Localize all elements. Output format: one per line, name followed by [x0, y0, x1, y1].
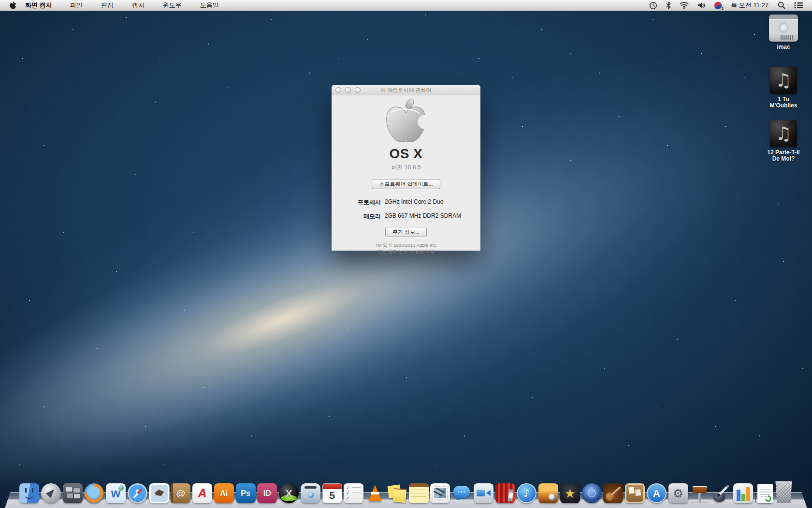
reader-glyph: A — [192, 483, 212, 503]
hard-drive-icon — [769, 15, 798, 42]
dock-photo-booth-icon[interactable] — [495, 483, 515, 503]
desktop-icon-audio-file[interactable]: ♫12 Parle-T-IlDe Moi? — [760, 120, 807, 162]
input-badge: 2 — [722, 6, 724, 11]
dock-iweb-icon[interactable] — [625, 483, 645, 503]
dock-vlc-icon[interactable] — [365, 483, 385, 503]
dock-keynote-icon[interactable] — [690, 483, 710, 503]
desktop-icon-hard-drive[interactable]: imac — [760, 15, 807, 50]
dock-iphoto-icon[interactable] — [538, 483, 558, 503]
bluetooth-icon[interactable] — [662, 0, 675, 11]
desktop-icon-audio-file[interactable]: ♫1 TuM'Oublies — [760, 67, 807, 109]
dock-garageband-icon[interactable] — [603, 483, 623, 503]
dock-firefox-icon[interactable] — [84, 483, 104, 503]
audio-file-icon: ♫ — [770, 120, 797, 147]
dock-reminders-icon[interactable] — [344, 483, 363, 503]
window-body: OS X 버전 10.8.5 소프트웨어 업데이트... 프로세서 2GHz I… — [332, 95, 480, 254]
menu-item-1[interactable]: 편집 — [92, 0, 123, 11]
dock-toast-icon[interactable] — [301, 483, 320, 503]
menu-item-0[interactable]: 파일 — [61, 0, 92, 11]
korean-input-icon[interactable]: 2 — [710, 0, 726, 11]
active-app-menu[interactable]: 화면 캡처 — [25, 1, 61, 10]
copyright-line2: 모든 권리 보유. 사용권 계약 — [375, 248, 437, 254]
traffic-light-buttons — [335, 87, 361, 93]
dock-pages-icon[interactable] — [711, 483, 731, 503]
app-store-glyph: A — [647, 483, 667, 503]
dock-notes-icon[interactable] — [409, 483, 429, 503]
time-machine-icon[interactable] — [645, 0, 662, 11]
zoom-button[interactable] — [355, 87, 361, 93]
more-info-button[interactable]: 추가 정보... — [385, 227, 427, 237]
imovie-glyph: ★ — [560, 483, 580, 503]
spotlight-icon[interactable] — [773, 0, 790, 11]
desktop-icon-label: 1 TuM'Oublies — [770, 96, 798, 109]
ical-glyph: 5 — [323, 484, 342, 503]
menu-item-3[interactable]: 윈도우 — [154, 0, 191, 11]
menu-item-4[interactable]: 도움말 — [191, 0, 228, 11]
spec-rows: 프로세서 2GHz Intel Core 2 Duo 메모리 2GB 667 M… — [332, 198, 480, 221]
dock-itunes-icon[interactable]: ♪ — [517, 483, 536, 503]
menu-bar: 화면 캡처 파일편집캡처윈도우도움말 2 목 오전 11:27 — [0, 0, 812, 11]
about-this-mac-window: 이 매킨토시에 관하여 OS X 버전 10.8.5 소프트웨어 업 — [332, 85, 480, 251]
dock-wglobe-icon[interactable]: w — [106, 483, 126, 503]
dock-indesign-icon[interactable]: ID — [257, 483, 277, 503]
processor-label: 프로세서 — [332, 198, 381, 207]
close-button[interactable] — [335, 87, 341, 93]
os-version: 버전 10.8.5 — [392, 164, 421, 172]
window-title: 이 매킨토시에 관하여 — [380, 87, 431, 94]
dock-grab-icon[interactable] — [430, 483, 450, 503]
dock-safari-icon[interactable] — [128, 483, 147, 503]
window-title-bar[interactable]: 이 매킨토시에 관하여 — [332, 85, 480, 95]
wglobe-glyph: w — [106, 483, 126, 503]
apple-menu[interactable] — [0, 0, 25, 11]
dock-quark-icon[interactable]: X — [279, 483, 299, 503]
dock-launchpad-icon[interactable] — [41, 483, 61, 503]
apple-logo-icon — [10, 1, 16, 10]
notification-center-icon[interactable] — [790, 0, 807, 11]
apple-logo — [385, 99, 427, 145]
menu-item-2[interactable]: 캡처 — [123, 0, 154, 11]
software-update-button[interactable]: 소프트웨어 업데이트... — [372, 179, 440, 189]
os-name: OS X — [390, 146, 423, 162]
audio-file-icon: ♫ — [770, 67, 797, 94]
music-note-icon: ♫ — [775, 123, 792, 144]
dock-mail-icon[interactable] — [149, 483, 169, 503]
minimize-button[interactable] — [345, 87, 351, 93]
dock-system-preferences-icon[interactable]: ⚙ — [668, 483, 688, 503]
desktop: 화면 캡처 파일편집캡처윈도우도움말 2 목 오전 11:27 — [0, 0, 812, 508]
copyright-line1: TM 및 © 1983-2013 Apple Inc. — [375, 242, 437, 248]
processor-row: 프로세서 2GHz Intel Core 2 Duo — [332, 198, 480, 207]
memory-value: 2GB 667 MHz DDR2 SDRAM — [385, 212, 461, 221]
dock-separator — [755, 481, 756, 503]
copyright-text: TM 및 © 1983-2013 Apple Inc. 모든 권리 보유. 사용… — [375, 242, 437, 254]
dock-illustrator-icon[interactable]: Ai — [214, 483, 234, 503]
dock-photoshop-icon[interactable]: Ps — [236, 483, 256, 503]
dock-idvd-icon[interactable] — [582, 483, 602, 503]
dock-trash-icon[interactable] — [775, 481, 793, 503]
music-note-icon: ♫ — [775, 70, 792, 91]
dock-finder-icon[interactable] — [19, 483, 39, 503]
desktop-icon-label: 12 Parle-T-IlDe Moi? — [767, 149, 799, 162]
dock: w@AAiPsIDX5♪★A⚙ — [19, 480, 793, 503]
dock-ical-icon[interactable]: 5 — [322, 483, 342, 503]
dock-facetime-icon[interactable] — [474, 483, 493, 503]
taegeuk-flag-icon: 2 — [714, 2, 722, 9]
illustrator-glyph: Ai — [214, 483, 234, 503]
menu-bar-left: 화면 캡처 파일편집캡처윈도우도움말 — [0, 0, 228, 11]
dock-contacts-icon[interactable]: @ — [171, 483, 190, 503]
volume-icon[interactable] — [693, 0, 710, 11]
dock-stickies-icon[interactable] — [387, 483, 407, 503]
contacts-glyph: @ — [171, 483, 190, 503]
dock-numbers-icon[interactable] — [733, 483, 753, 503]
dock-imovie-icon[interactable]: ★ — [560, 483, 580, 503]
itunes-glyph: ♪ — [517, 483, 536, 503]
photoshop-glyph: Ps — [236, 483, 256, 503]
dock-reader-icon[interactable]: A — [192, 483, 212, 503]
menu-bar-clock[interactable]: 목 오전 11:27 — [726, 1, 773, 10]
dock-app-store-icon[interactable]: A — [647, 483, 667, 503]
wifi-icon[interactable] — [675, 0, 693, 11]
app-menus: 파일편집캡처윈도우도움말 — [61, 0, 228, 11]
dock-messages-icon[interactable] — [452, 483, 472, 503]
dock-mission-control-icon[interactable] — [63, 483, 83, 503]
processor-value: 2GHz Intel Core 2 Duo — [385, 198, 443, 207]
dock-documents-icon[interactable] — [757, 484, 773, 503]
